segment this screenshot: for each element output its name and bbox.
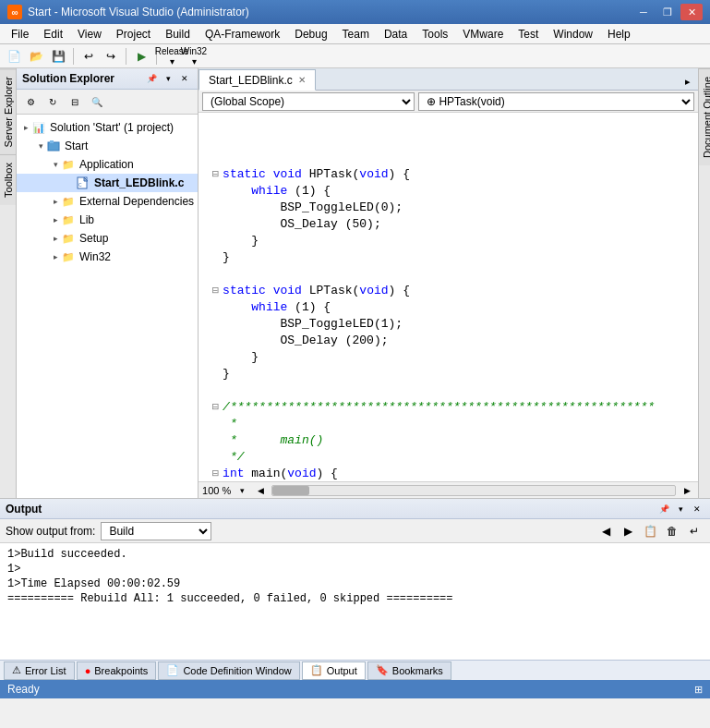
code-line: OS_Delay (50); (206, 216, 691, 233)
se-tb-refresh[interactable]: ↻ (42, 91, 63, 112)
se-close[interactable]: ✕ (177, 71, 192, 86)
tb-open[interactable]: 📂 (26, 46, 46, 67)
code-text: static void LPTask(void) { (223, 283, 691, 299)
menu-test[interactable]: Test (511, 24, 546, 43)
menu-edit[interactable]: Edit (36, 24, 70, 43)
tree-item[interactable]: CStart_LEDBlink.c (17, 174, 198, 192)
tree-item[interactable]: ▾📁Application (17, 155, 198, 174)
code-editor[interactable]: ⊟static void HPTask(void) { while (1) { … (199, 113, 698, 481)
se-tb-filter[interactable]: 🔍 (87, 91, 107, 112)
menu-team[interactable]: Team (335, 24, 377, 43)
output-tb-next[interactable]: ▶ (618, 521, 638, 541)
collapse-gutter[interactable]: ⊟ (206, 399, 219, 416)
tree-item[interactable]: ▸📁Setup (17, 229, 198, 248)
tb-config[interactable]: Release ▾ (162, 46, 182, 67)
restore-button[interactable]: ❐ (656, 4, 679, 20)
tb-start[interactable]: ▶ (131, 46, 151, 67)
title-text: Start - Microsoft Visual Studio (Adminis… (28, 6, 249, 18)
title-controls[interactable]: ─ ❐ ✕ (632, 4, 703, 20)
code-text: } (223, 349, 691, 366)
menu-data[interactable]: Data (377, 24, 415, 43)
tree-item[interactable]: ▸📊Solution 'Start' (1 project) (17, 118, 198, 137)
output-source-select[interactable]: Build (101, 522, 211, 540)
output-close[interactable]: ✕ (690, 502, 704, 516)
bottom-tab-bar: ⚠ Error List ● Breakpoints 📄 Code Defini… (0, 660, 710, 680)
close-button[interactable]: ✕ (680, 4, 703, 20)
se-tb-properties[interactable]: ⚙ (20, 91, 41, 112)
editor-scope-bar: (Global Scope) ⊕ HPTask(void) (199, 91, 698, 113)
output-tb-wrap[interactable]: ↵ (684, 521, 704, 541)
output-pin[interactable]: 📌 (656, 502, 671, 516)
collapse-gutter[interactable]: ⊟ (206, 283, 219, 299)
se-pin[interactable]: 📌 (144, 71, 159, 86)
tb-undo[interactable]: ↩ (78, 46, 99, 67)
hscroll-thumb[interactable] (272, 486, 309, 495)
code-text: /***************************************… (223, 399, 691, 416)
se-dropdown[interactable]: ▾ (161, 71, 175, 86)
tree-arrow[interactable]: ▸ (20, 123, 31, 132)
document-outline-tab[interactable]: Document Outline (699, 68, 710, 165)
bottom-tab-bookmarks[interactable]: 🔖 Bookmarks (367, 661, 451, 680)
se-tb-collapse[interactable]: ⊟ (65, 91, 85, 112)
scroll-left[interactable]: ◀ (253, 484, 268, 497)
minimize-button[interactable]: ─ (632, 4, 655, 20)
editor-scrollbar: 100 % ▾ ◀ ▶ (199, 481, 698, 498)
menu-debug[interactable]: Debug (287, 24, 334, 43)
tree-item[interactable]: ▸📁External Dependencies (17, 192, 198, 211)
zoom-dropdown[interactable]: ▾ (235, 484, 249, 497)
svg-rect-0 (48, 142, 59, 151)
code-text: */ (223, 449, 691, 466)
editor-tab-start-ledblink[interactable]: Start_LEDBlink.c ✕ (199, 69, 316, 91)
code-line: ⊟static void LPTask(void) { (206, 283, 691, 299)
server-explorer-tab[interactable]: Server Explorer (0, 68, 16, 154)
toolbox-tab[interactable]: Toolbox (0, 154, 16, 205)
collapse-gutter[interactable]: ⊟ (206, 166, 219, 183)
output-dropdown[interactable]: ▾ (673, 502, 688, 516)
output-line: 1> (7, 562, 703, 576)
tree-item[interactable]: ▾Start (17, 137, 198, 155)
tree-label: Application (79, 158, 134, 171)
tree-arrow[interactable]: ▸ (50, 252, 61, 261)
menu-build[interactable]: Build (158, 24, 198, 43)
menu-tools[interactable]: Tools (415, 24, 455, 43)
tab-close-icon[interactable]: ✕ (298, 75, 306, 85)
tree-arrow[interactable]: ▾ (50, 160, 61, 169)
tree-arrow[interactable]: ▸ (50, 215, 61, 224)
tree-arrow[interactable]: ▸ (50, 197, 61, 206)
tb-new[interactable]: 📄 (4, 46, 24, 67)
code-text: static void HPTask(void) { (223, 166, 691, 183)
scope-left-dropdown[interactable]: (Global Scope) (202, 92, 415, 111)
bottom-tab-breakpoints[interactable]: ● Breakpoints (77, 661, 157, 680)
tb-save[interactable]: 💾 (48, 46, 68, 67)
tree-arrow[interactable]: ▾ (35, 141, 46, 151)
horizontal-scrollbar[interactable] (271, 485, 676, 496)
menu-window[interactable]: Window (546, 24, 600, 43)
scroll-right[interactable]: ▶ (680, 484, 694, 497)
menu-help[interactable]: Help (600, 24, 638, 43)
bottom-tab-code-def[interactable]: 📄 Code Definition Window (158, 661, 299, 680)
output-tb-prev[interactable]: ◀ (596, 521, 616, 541)
tree-item[interactable]: ▸📁Win32 (17, 248, 198, 266)
menu-bar: File Edit View Project Build QA-Framewor… (0, 24, 710, 44)
status-icon: ⊞ (694, 684, 703, 696)
tb-redo[interactable]: ↪ (101, 46, 121, 67)
tree-item[interactable]: ▸📁Lib (17, 211, 198, 229)
tb-platform[interactable]: Win32 ▾ (184, 46, 204, 67)
code-line (206, 382, 691, 399)
code-text: BSP_ToggleLED(1); (223, 316, 691, 333)
menu-view[interactable]: View (70, 24, 109, 43)
tab-scroll-right[interactable]: ▸ (678, 74, 698, 90)
bottom-tab-output[interactable]: 📋 Output (302, 661, 366, 680)
menu-qa-framework[interactable]: QA-Framework (198, 24, 287, 43)
collapse-gutter[interactable]: ⊟ (206, 466, 219, 481)
scope-right-dropdown[interactable]: ⊕ HPTask(void) (418, 92, 694, 111)
tree-arrow[interactable]: ▸ (50, 234, 61, 243)
menu-vmware[interactable]: VMware (455, 24, 511, 43)
output-tb-clear[interactable]: 🗑 (662, 521, 682, 541)
bottom-tab-error-list[interactable]: ⚠ Error List (4, 661, 75, 680)
menu-file[interactable]: File (4, 24, 36, 43)
output-tb-copy[interactable]: 📋 (640, 521, 660, 541)
code-def-icon: 📄 (166, 664, 179, 676)
menu-project[interactable]: Project (109, 24, 158, 43)
editor-tab-bar: Start_LEDBlink.c ✕ ▸ (199, 68, 698, 91)
